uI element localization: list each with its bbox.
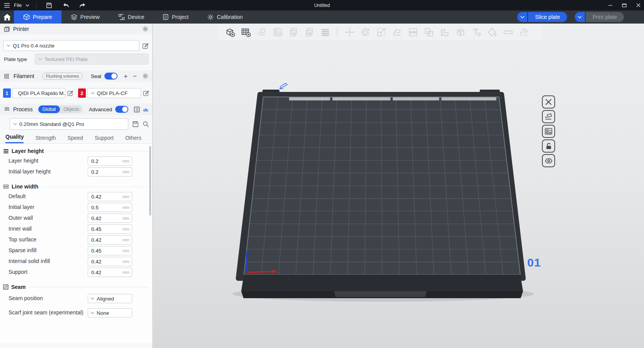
layer-height-icon (3, 149, 9, 154)
printer-edit-icon[interactable] (141, 42, 149, 49)
seal-toggle[interactable] (104, 73, 118, 80)
tab-strength[interactable]: Strength (35, 135, 56, 143)
tab-prepare[interactable]: Prepare (14, 10, 61, 24)
filament-2-edit-icon[interactable] (143, 89, 150, 97)
tab-preview[interactable]: Preview (61, 10, 109, 24)
initial-layer-line-width-input[interactable] (88, 205, 115, 210)
remove-filament-button[interactable]: − (133, 73, 137, 80)
setting-row: Top surface mm (0, 235, 152, 245)
tab-calibration[interactable]: Calibration (198, 10, 252, 24)
plate-auto-orient-icon[interactable] (542, 110, 555, 123)
setting-row: Initial layer mm (0, 202, 152, 212)
internal-solid-infill-line-width-input[interactable] (88, 259, 115, 265)
parameter-table-icon[interactable] (134, 106, 140, 113)
top-surface-line-width-input[interactable] (88, 237, 115, 243)
slice-plate-dropdown[interactable] (517, 12, 527, 22)
plate-number-label[interactable]: 01 (527, 256, 541, 269)
printer-header-label: Printer (13, 26, 29, 32)
filament-section-header: Filament Flushing volumes Seal + − (0, 70, 152, 82)
support-line-width-input[interactable] (88, 270, 115, 275)
print-plate-dropdown[interactable] (575, 12, 585, 22)
scope-objects[interactable]: Objects (60, 107, 83, 112)
slice-plate-button[interactable]: Slice plate (528, 12, 567, 22)
filament-2-select[interactable]: QIDI PLA-CF (87, 88, 141, 98)
filament-2-badge[interactable]: 2 (78, 88, 86, 98)
setting-label: Initial layer (9, 204, 88, 210)
print-plate-button[interactable]: Print plate (586, 12, 624, 22)
process-preset-select[interactable]: 0.20mm Standard @Q1 Pro (10, 118, 128, 130)
outer-wall-line-width-input[interactable] (88, 216, 115, 221)
tab-support[interactable]: Support (95, 135, 114, 143)
tab-label: Preview (80, 14, 100, 20)
tab-project[interactable]: Project (153, 10, 198, 24)
seam-position-value: Aligned (97, 296, 114, 302)
scrollbar-thumb[interactable] (149, 146, 151, 216)
filament-1-edit-icon[interactable] (67, 89, 75, 97)
setting-row: Initial layer height mm (0, 167, 152, 177)
printer-preset-value: Q1 Pro 0.4 nozzle (13, 43, 55, 49)
plate-type-select[interactable]: Textured PEI Plate (35, 54, 148, 65)
device-icon (118, 14, 125, 20)
plate-lock-icon[interactable] (542, 139, 555, 153)
tab-others[interactable]: Others (125, 135, 141, 143)
build-plate[interactable] (153, 24, 644, 348)
minimize-button[interactable] (608, 3, 613, 8)
plate-arrange-icon[interactable] (542, 125, 555, 138)
section-title: Seam (11, 284, 26, 290)
chevron-down-icon (7, 44, 10, 47)
add-filament-button[interactable]: + (124, 73, 128, 80)
undo-icon[interactable] (63, 3, 70, 8)
printer-preset-select[interactable]: Q1 Pro 0.4 nozzle (3, 40, 139, 51)
save-preset-icon[interactable] (132, 121, 139, 127)
seam-position-select[interactable]: Aligned (88, 294, 132, 303)
tab-label: Device (128, 14, 145, 20)
sparse-infill-line-width-input[interactable] (88, 248, 115, 254)
project-doc-icon (163, 14, 169, 20)
initial-layer-height-input[interactable] (88, 169, 115, 175)
process-scope-switch[interactable]: Global Objects (38, 105, 83, 113)
chevron-down-icon (91, 92, 95, 94)
search-preset-icon[interactable] (143, 121, 149, 127)
setting-label: Internal solid infill (9, 258, 88, 264)
hamburger-menu-icon[interactable] (4, 3, 10, 8)
printer-settings-gear-icon[interactable] (142, 26, 148, 32)
setting-label: Default (9, 194, 88, 199)
file-menu[interactable]: File (14, 3, 22, 8)
sidebar-panel: Printer Q1 Pro 0.4 nozzle Plate type Tex… (0, 24, 153, 348)
process-icon (4, 107, 10, 112)
file-menu-chevron-icon[interactable] (26, 4, 29, 7)
home-button[interactable] (0, 10, 14, 24)
delete-all-icon[interactable] (542, 95, 555, 109)
window-title: Untitled (0, 3, 644, 8)
tab-device[interactable]: Device (109, 10, 154, 24)
redo-icon[interactable] (79, 3, 85, 8)
chevron-down-icon (90, 297, 94, 300)
default-line-width-input[interactable] (88, 194, 115, 200)
layer-height-input[interactable] (88, 158, 115, 164)
settings-scroll-area[interactable]: Layer height Layer height mm Initial lay… (0, 144, 152, 343)
plate-settings-eye-icon[interactable] (542, 154, 555, 167)
scarf-joint-seam-value: None (97, 310, 109, 316)
printer-section-header: Printer (0, 24, 152, 34)
tab-speed[interactable]: Speed (67, 135, 83, 143)
compare-presets-icon[interactable] (143, 107, 148, 112)
scope-global[interactable]: Global (38, 105, 60, 113)
advanced-toggle[interactable] (115, 106, 128, 113)
plate-name-edit-icon[interactable] (279, 82, 288, 91)
line-width-icon (3, 184, 9, 189)
calibration-gear-icon (207, 14, 214, 20)
flushing-volumes-button[interactable]: Flushing volumes (42, 73, 83, 80)
filament-1-select[interactable]: QIDI PLA Rapido M... (12, 88, 65, 98)
viewport-3d[interactable]: 0 P (153, 24, 644, 348)
setting-row: Scarf joint seam (experimental) None (0, 306, 152, 320)
save-icon[interactable] (46, 2, 52, 8)
scarf-joint-seam-select[interactable]: None (88, 308, 132, 317)
tab-quality[interactable]: Quality (5, 134, 24, 143)
inner-wall-line-width-input[interactable] (88, 226, 115, 232)
maximize-button[interactable] (622, 3, 627, 8)
unit-label: mm (123, 238, 132, 242)
filament-settings-gear-icon[interactable] (142, 73, 148, 79)
close-button[interactable] (635, 3, 641, 8)
filament-1-badge[interactable]: 1 (3, 88, 11, 98)
setting-label: Inner wall (9, 226, 88, 232)
